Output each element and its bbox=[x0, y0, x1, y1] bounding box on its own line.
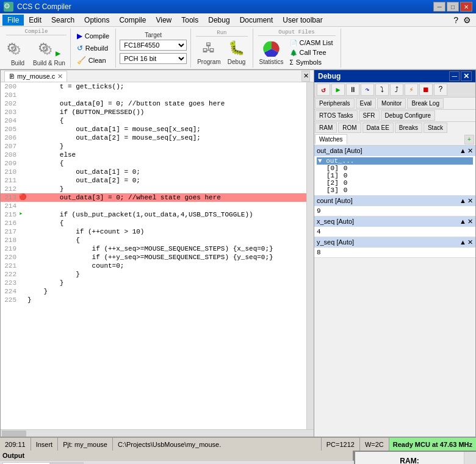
debug-tabs-row1: Peripherals Eval Monitor Break Log bbox=[314, 98, 475, 110]
scrollbar[interactable] bbox=[306, 82, 314, 429]
menu-debug[interactable]: Debug bbox=[203, 15, 234, 26]
menu-edit[interactable]: Edit bbox=[24, 15, 46, 26]
add-watch-button[interactable]: + bbox=[464, 135, 474, 145]
breakpoint-icon: 🔴 bbox=[19, 193, 27, 202]
line-marker bbox=[19, 168, 27, 176]
debug-run-button[interactable]: ▶ bbox=[331, 84, 345, 96]
code-line-200: 200 t = get_ticks(); bbox=[1, 82, 306, 91]
line-content: if (usb_put_packet(1,out_data,4,USB_DTS_… bbox=[27, 210, 253, 219]
debug-tab-monitor[interactable]: Monitor bbox=[377, 98, 406, 109]
debug-help-button[interactable]: ? bbox=[434, 84, 447, 96]
horizontal-scrollbar[interactable] bbox=[1, 429, 314, 437]
watch-index-3: [3]0 bbox=[317, 187, 473, 194]
debug-reset-button[interactable]: ↺ bbox=[317, 84, 330, 96]
line-marker bbox=[19, 142, 27, 151]
debug-button[interactable]: 🐛 Debug bbox=[226, 39, 248, 66]
watch-count-close-icon[interactable]: ✕ bbox=[467, 197, 473, 205]
tab-close-icon[interactable]: ✕ bbox=[57, 73, 63, 80]
code-line-211: 211 out_data[2] = 0; bbox=[1, 176, 306, 185]
menu-user-toolbar[interactable]: User toolbar bbox=[278, 15, 327, 26]
watch-xseq: x_seq [Auto] ▲ ✕ 4 bbox=[314, 216, 475, 237]
debug-step-button[interactable]: ↷ bbox=[361, 84, 374, 96]
debug-tabs-row2: RTOS Tasks SFR Debug Configure bbox=[314, 110, 475, 122]
watch-up-icon[interactable]: ▲ bbox=[460, 147, 466, 155]
watch-index-0: [0]0 bbox=[317, 165, 473, 172]
debug-tab-sfr[interactable]: SFR bbox=[359, 110, 380, 121]
toolbar-build-group: Compile ⚙ ⚙ Build ⚙ ⚙ ▶ Build & Run bbox=[2, 29, 71, 68]
menu-tools[interactable]: Tools bbox=[176, 15, 203, 26]
line-content: t = get_ticks(); bbox=[27, 82, 124, 91]
editor-tab-myfile[interactable]: 🖹 my_mouse.c ✕ bbox=[4, 71, 67, 82]
debug-tab-dataee[interactable]: Data EE bbox=[362, 123, 394, 133]
output-tabs: ✕ Compiler 🔍 Find bbox=[0, 461, 354, 464]
menu-document[interactable]: Document bbox=[235, 15, 278, 26]
watch-yseq-close-icon[interactable]: ✕ bbox=[467, 238, 473, 246]
debug-tab-eval[interactable]: Eval bbox=[356, 98, 376, 109]
menu-search[interactable]: Search bbox=[46, 15, 79, 26]
line-content: out_data[3] = 0; //wheel state goes here bbox=[27, 193, 221, 202]
close-editor-button[interactable]: ✕ bbox=[301, 71, 310, 82]
menu-view[interactable]: View bbox=[151, 15, 176, 26]
settings-icon[interactable]: ⚙ bbox=[461, 15, 474, 25]
code-line-216: 216 { bbox=[1, 219, 306, 227]
debug-tab-ram[interactable]: RAM bbox=[315, 123, 337, 133]
watch-count-up-icon[interactable]: ▲ bbox=[460, 197, 466, 205]
compile-button[interactable]: ▶ Compile bbox=[74, 31, 112, 41]
help-icon[interactable]: ? bbox=[451, 15, 461, 25]
line-content: if (BUTTON_PRESSED()) bbox=[27, 108, 144, 116]
rebuild-button[interactable]: ↺ Rebuild bbox=[74, 43, 112, 53]
debug-tab-watches[interactable]: Watches bbox=[315, 134, 347, 145]
watch-yseq-up-icon[interactable]: ▲ bbox=[460, 238, 466, 246]
debug-pause-button[interactable]: ⏸ bbox=[346, 84, 359, 96]
statistics-button[interactable]: Statistics bbox=[258, 39, 285, 66]
line-marker bbox=[19, 116, 27, 125]
watch-yseq-value: 8 bbox=[314, 248, 475, 257]
bit-select[interactable]: PCH 16 bit bbox=[120, 53, 187, 64]
watch-index-1: [1]0 bbox=[317, 172, 473, 179]
watch-count-value: 9 bbox=[314, 206, 475, 216]
debug-tab-rtos[interactable]: RTOS Tasks bbox=[315, 110, 358, 121]
build-run-button[interactable]: ⚙ ⚙ ▶ Build & Run bbox=[32, 37, 67, 68]
watch-xseq-up-icon[interactable]: ▲ bbox=[460, 218, 466, 226]
line-content: { bbox=[27, 219, 63, 227]
debug-minimize-icon[interactable]: ─ bbox=[449, 71, 460, 81]
watch-index-2: [2]0 bbox=[317, 179, 473, 187]
maximize-button[interactable]: □ bbox=[447, 2, 459, 12]
memory-sidebar-label: Memory Use bbox=[464, 452, 476, 464]
debug-halt-button[interactable]: ⏹ bbox=[419, 84, 433, 96]
close-button[interactable]: ✕ bbox=[460, 2, 472, 12]
minimize-button[interactable]: ─ bbox=[433, 2, 445, 12]
casm-list-button[interactable]: 📄 C/ASM List bbox=[287, 38, 336, 47]
debug-stepover-button[interactable]: ⤵ bbox=[375, 84, 389, 96]
debug-close-icon[interactable]: ✕ bbox=[461, 71, 472, 81]
code-scroll[interactable]: 200 t = get_ticks();201 202 out_data[0] … bbox=[1, 82, 306, 429]
call-tree-button[interactable]: 🌲 Call Tree bbox=[287, 48, 336, 57]
target-select[interactable]: FC18F4550 bbox=[120, 40, 187, 51]
debug-animate-button[interactable]: ⚡ bbox=[405, 84, 418, 96]
watch-root-row: ▼ out_... bbox=[317, 157, 473, 165]
program-button[interactable]: 🖧 Program bbox=[196, 39, 222, 66]
debug-pane: Debug ─ ✕ ↺ ▶ ⏸ ↷ ⤵ ⤴ ⚡ ⏹ ? Peripherals … bbox=[314, 70, 476, 437]
menu-compile[interactable]: Compile bbox=[114, 15, 151, 26]
code-line-217: 217 if (++count > 10) bbox=[1, 227, 306, 236]
debug-tab-debugconfig[interactable]: Debug Configure bbox=[381, 110, 436, 121]
debug-tab-rom[interactable]: ROM bbox=[338, 123, 361, 133]
line-content: } bbox=[27, 142, 63, 151]
debug-tab-breaklog[interactable]: Break Log bbox=[407, 98, 444, 109]
watch-xseq-close-icon[interactable]: ✕ bbox=[467, 218, 473, 226]
menu-file[interactable]: File bbox=[2, 15, 24, 26]
debug-stepout-button[interactable]: ⤴ bbox=[390, 84, 403, 96]
app-icon: ⚙ bbox=[4, 2, 13, 12]
line-content: { bbox=[27, 116, 63, 125]
menu-options[interactable]: Options bbox=[79, 15, 114, 26]
watch-close-icon[interactable]: ✕ bbox=[467, 147, 473, 155]
code-line-219: 219 if (++x_seq>=MOUSE_SEQUENCE_STEPS) {… bbox=[1, 244, 306, 253]
debug-tab-stack[interactable]: Stack bbox=[424, 123, 447, 133]
debug-tab-breaks[interactable]: Breaks bbox=[395, 123, 422, 133]
line-marker bbox=[19, 82, 27, 91]
build-button[interactable]: ⚙ ⚙ Build bbox=[6, 37, 29, 68]
symbols-button[interactable]: Σ Symbols bbox=[287, 58, 336, 66]
debug-tab-peripherals[interactable]: Peripherals bbox=[315, 98, 355, 109]
code-line-202: 202 out_data[0] = 0; //button state goes… bbox=[1, 99, 306, 108]
clean-button[interactable]: 🧹 Clean bbox=[74, 55, 112, 65]
